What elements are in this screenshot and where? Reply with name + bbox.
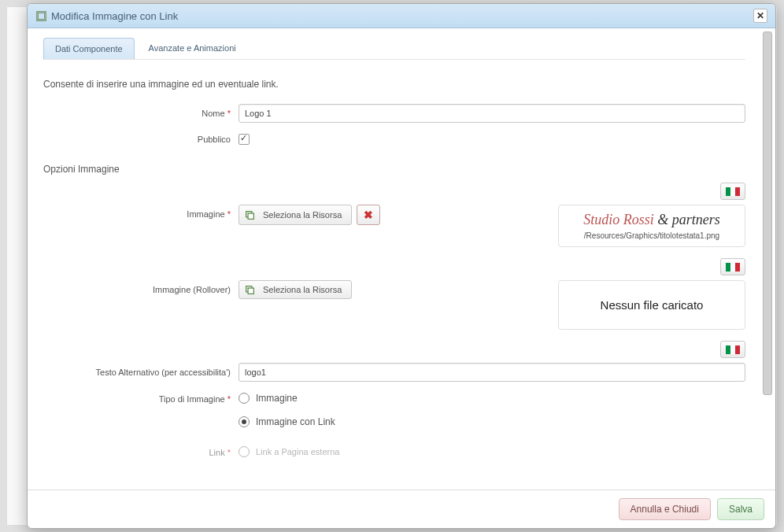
- select-resource-label: Seleziona la Risorsa: [263, 210, 342, 220]
- label-testo-alt: Testo Alternativo (per accessibilita'): [43, 368, 239, 377]
- flag-it-icon: [726, 263, 740, 272]
- vertical-scrollbar[interactable]: [763, 31, 772, 486]
- dialog-header: Modifica Immagine con Link ✕: [28, 4, 775, 28]
- pubblico-checkbox[interactable]: [239, 134, 250, 145]
- flag-it-icon: [726, 345, 740, 354]
- locale-flag-button-1[interactable]: [720, 183, 745, 200]
- cancel-button[interactable]: Annulla e Chiudi: [619, 498, 711, 520]
- label-nome: Nome *: [43, 109, 239, 118]
- svg-rect-5: [248, 288, 253, 294]
- radio-link-esterna[interactable]: [239, 446, 250, 457]
- select-resource-button-1[interactable]: Seleziona la Risorsa: [239, 205, 352, 225]
- edit-image-dialog: Modifica Immagine con Link ✕ Dati Compon…: [27, 3, 776, 529]
- label-immagine: Immagine *: [43, 205, 239, 219]
- resource-icon: [244, 284, 255, 295]
- svg-rect-3: [248, 213, 253, 219]
- locale-flag-button-3[interactable]: [720, 341, 745, 358]
- dialog-footer: Annulla e Chiudi Salva: [28, 490, 775, 528]
- tab-avanzate[interactable]: Avanzate e Animazioni: [138, 38, 247, 59]
- scroll-thumb[interactable]: [763, 31, 772, 395]
- svg-rect-1: [38, 13, 44, 19]
- dialog-title: Modifica Immagine con Link: [51, 10, 749, 22]
- section-opzioni-immagine: Opzioni Immagine: [43, 164, 745, 175]
- select-resource-label: Seleziona la Risorsa: [263, 285, 342, 294]
- nome-input[interactable]: [239, 104, 745, 123]
- delete-resource-button[interactable]: ✖: [357, 205, 380, 225]
- testo-alt-input[interactable]: [239, 363, 745, 382]
- image-preview: Studio Rossi & partners /Resources/Graph…: [558, 205, 745, 247]
- label-tipo-immagine: Tipo di Immagine *: [43, 393, 239, 404]
- save-button[interactable]: Salva: [717, 498, 764, 520]
- select-resource-button-2[interactable]: Seleziona la Risorsa: [239, 280, 352, 299]
- label-pubblico: Pubblico: [43, 135, 239, 144]
- image-icon: [35, 10, 46, 21]
- radio-label-immagine-link: Immagine con Link: [256, 416, 335, 427]
- rollover-preview: Nessun file caricato: [558, 280, 745, 330]
- locale-flag-button-2[interactable]: [720, 258, 745, 275]
- tabs: Dati Componente Avanzate e Animazioni: [43, 38, 745, 60]
- preview-logo-text: Studio Rossi & partners: [568, 212, 735, 228]
- tab-dati-componente[interactable]: Dati Componente: [43, 38, 135, 59]
- radio-label-link-esterna: Link a Pagina esterna: [256, 447, 339, 456]
- label-immagine-rollover: Immagine (Rollover): [43, 280, 239, 294]
- radio-label-immagine: Immagine: [256, 393, 298, 404]
- label-link: Link *: [43, 446, 239, 457]
- form-description: Consente di inserire una immagine ed un …: [43, 60, 745, 104]
- flag-it-icon: [726, 187, 740, 196]
- close-button[interactable]: ✕: [753, 9, 767, 23]
- radio-tipo-immagine-link[interactable]: [239, 416, 250, 427]
- resource-icon: [244, 209, 255, 220]
- preview-path: /Resources/Graphics/titolotestata1.png: [568, 231, 735, 240]
- no-file-text: Nessun file caricato: [568, 287, 735, 323]
- radio-tipo-immagine[interactable]: [239, 393, 250, 404]
